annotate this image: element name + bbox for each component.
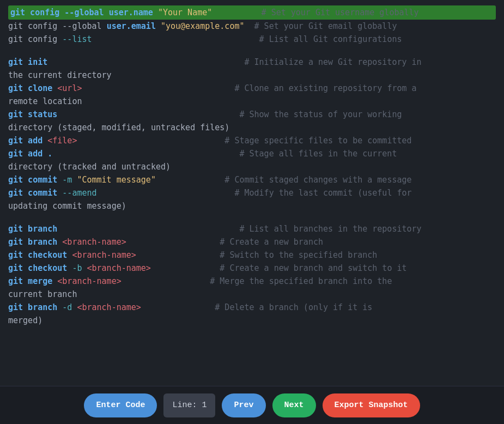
code-token: # Set your Git email globally <box>245 21 397 31</box>
code-token: current branch <box>8 289 77 299</box>
code-token: updating commit message) <box>8 201 126 211</box>
code-line: git config --list # List all Git configu… <box>8 33 496 46</box>
code-block: git config --global user.name "Your Name… <box>8 5 496 327</box>
code-line: git init # Initialize a new Git reposito… <box>8 56 496 69</box>
code-token: git branch <box>8 224 57 234</box>
code-line: git add <file> # Stage specific files to… <box>8 134 496 147</box>
code-token: # Clone an existing repository from a <box>82 83 416 93</box>
next-button[interactable]: Next <box>272 393 316 417</box>
code-token: # Initialize a new Git repository in <box>47 57 421 67</box>
code-token: # Create a new branch and switch to it <box>151 263 407 273</box>
code-line: git status # Show the status of your wor… <box>8 108 496 121</box>
code-token: <branch-name> <box>72 250 136 260</box>
code-token: # Create a new branch <box>126 237 323 247</box>
code-line: git config --global user.email "you@exam… <box>8 20 496 33</box>
code-token: -b <box>72 263 82 273</box>
code-token: git checkout <box>8 263 72 273</box>
code-line: git branch # List all branches in the re… <box>8 222 496 235</box>
code-token: <branch-name> <box>57 276 121 286</box>
line-indicator: Line: 1 <box>163 393 215 417</box>
code-token: # Merge the specified branch into the <box>122 276 392 286</box>
bottom-toolbar: Enter Code Line: 1 Prev Next Export Snap… <box>0 386 504 424</box>
code-line: git checkout -b <branch-name> # Create a… <box>8 262 496 275</box>
code-token: <file> <box>47 136 77 146</box>
code-token: <url> <box>57 83 82 93</box>
code-token: git merge <box>8 276 57 286</box>
code-token: # Stage all files in the current <box>52 149 397 159</box>
code-token: git config --global <box>10 8 109 17</box>
code-line: updating commit message) <box>8 199 496 213</box>
code-token: user.email <box>107 21 156 31</box>
code-line: git branch -d <branch-name> # Delete a b… <box>8 301 496 314</box>
code-token: git status <box>8 110 57 119</box>
code-token: # Set your Git username globally <box>212 8 418 17</box>
code-token: # Show the status of your working <box>57 110 402 119</box>
code-line: git add . # Stage all files in the curre… <box>8 147 496 160</box>
code-line: git checkout <branch-name> # Switch to t… <box>8 249 496 262</box>
code-token: git config <box>8 34 62 44</box>
code-token: the current directory <box>8 70 112 80</box>
code-line: git clone <url> # Clone an existing repo… <box>8 82 496 95</box>
prev-button[interactable]: Prev <box>222 393 265 417</box>
code-token: <branch-name> <box>77 302 141 312</box>
code-line: directory (staged, modified, untracked f… <box>8 121 496 134</box>
code-line: git commit --amend # Modify the last com… <box>8 186 496 199</box>
code-token: git add <box>8 136 47 146</box>
code-token: git clone <box>8 83 57 93</box>
code-token: "you@example.com" <box>156 21 245 31</box>
code-token: "Commit message" <box>72 175 156 185</box>
code-token: # Modify the last commit (useful for <box>97 188 412 198</box>
code-token: -d <box>62 302 72 312</box>
code-token <box>82 263 87 273</box>
code-token: git commit <box>8 175 62 185</box>
enter-code-button[interactable]: Enter Code <box>84 393 157 417</box>
code-token: # Stage specific files to be committed <box>77 136 411 146</box>
code-token: -m <box>62 175 72 185</box>
code-token: git config --global <box>8 21 107 31</box>
code-token: directory (tracked and untracked) <box>8 162 171 172</box>
code-token: <branch-name> <box>87 263 151 273</box>
code-token: "Your Name" <box>153 8 212 17</box>
code-line: the current directory <box>8 69 496 82</box>
code-token: <branch-name> <box>62 237 126 247</box>
code-token: # List all Git configurations <box>92 34 402 44</box>
code-token: merged) <box>8 316 42 325</box>
code-token: --list <box>62 34 92 44</box>
code-token: git checkout <box>8 250 72 260</box>
code-line: git merge <branch-name> # Merge the spec… <box>8 275 496 288</box>
code-token: # Commit staged changes with a message <box>156 175 412 185</box>
code-token: # Delete a branch (only if it is <box>141 302 372 312</box>
code-token: git commit <box>8 188 62 198</box>
code-line: git config --global user.name "Your Name… <box>8 5 496 20</box>
code-line: git commit -m "Commit message" # Commit … <box>8 173 496 186</box>
code-token: # List all branches in the repository <box>57 224 421 234</box>
code-line: remote location <box>8 95 496 108</box>
code-token: remote location <box>8 96 82 106</box>
code-token: --amend <box>62 188 96 198</box>
code-token: git init <box>8 57 47 67</box>
code-token: git add . <box>8 149 52 159</box>
export-snapshot-button[interactable]: Export Snapshot <box>323 393 420 417</box>
code-line: merged) <box>8 314 496 327</box>
code-line: directory (tracked and untracked) <box>8 160 496 173</box>
code-token: git branch <box>8 302 62 312</box>
code-token: # Switch to the specified branch <box>136 250 378 260</box>
code-line: git branch <branch-name> # Create a new … <box>8 235 496 249</box>
code-token: user.name <box>109 8 153 17</box>
code-line: current branch <box>8 288 496 301</box>
code-token: git branch <box>8 237 62 247</box>
code-token: directory (staged, modified, untracked f… <box>8 123 229 132</box>
code-display: git config --global user.name "Your Name… <box>0 0 504 386</box>
